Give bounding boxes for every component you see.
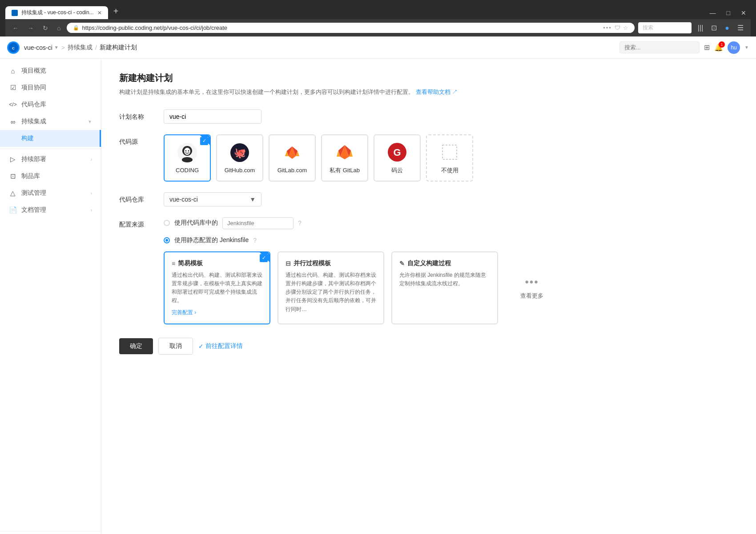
breadcrumb-sep1: > [61, 44, 65, 51]
user-avatar[interactable]: hu [728, 41, 740, 54]
repo-select[interactable]: vue-cos-ci ▼ [164, 192, 261, 206]
template-custom-title: ✎ 自定义构建过程 [399, 259, 490, 267]
source-card-coding[interactable]: CODING ✓ [164, 134, 211, 182]
sidebar-item-home-label: 项目概览 [21, 67, 46, 75]
ci-icon: ∞ [9, 118, 17, 125]
plan-name-input[interactable] [164, 109, 261, 124]
header-search-input[interactable] [619, 41, 700, 53]
svg-point-7 [182, 157, 193, 162]
sidebar-item-ci[interactable]: ∞ 持续集成 ▼ [0, 113, 101, 130]
source-card-github[interactable]: 🐙 GitHub.com [216, 134, 263, 182]
simple-template-icon: ≡ [172, 260, 175, 267]
sidebar-item-settings[interactable]: ⚙ 项目设置 « [0, 531, 101, 534]
repo-select-value: vue-cos-ci [169, 196, 249, 203]
cancel-button[interactable]: 取消 [158, 338, 193, 355]
source-label: 代码源 [119, 134, 164, 146]
active-tab[interactable]: 持续集成 - vue-cos-ci - codin... ✕ [5, 6, 108, 19]
checkmark: ✓ [205, 136, 209, 142]
grid-icon[interactable]: ⊞ [704, 43, 710, 52]
project-dropdown-arrow: ▼ [54, 45, 59, 50]
deploy-expand-arrow: › [91, 157, 92, 162]
coding-card-label: CODING [176, 167, 199, 174]
private-gitlab-card-label: 私有 GitLab [330, 166, 360, 174]
confirm-button[interactable]: 确定 [119, 338, 153, 354]
bookmarks-icon[interactable]: ||| [695, 22, 706, 34]
menu-icon[interactable]: ☰ [735, 22, 746, 34]
ci-expand-arrow: ▼ [88, 119, 92, 124]
tab-close-button[interactable]: ✕ [97, 10, 102, 16]
browser-tabs: 持续集成 - vue-cos-ci - codin... ✕ + — □ ✕ [5, 4, 751, 19]
source-card-gitee[interactable]: G 码云 [374, 134, 421, 182]
template-simple-title: ≡ 简易模板 [172, 259, 262, 267]
avatar-dropdown-arrow[interactable]: ▼ [744, 45, 749, 50]
breadcrumb-ci[interactable]: 持续集成 [68, 44, 92, 52]
help-icon-1[interactable]: ? [298, 219, 302, 227]
sidebar-item-pkg[interactable]: ⊡ 制品库 [0, 168, 101, 185]
goto-config-link[interactable]: 前往配置详情 [198, 342, 243, 350]
breadcrumb-project[interactable]: vue-cos-ci ▼ [24, 44, 59, 51]
nav-home-button[interactable]: ⌂ [54, 23, 63, 33]
config-option-repo: 使用代码库中的 ? [164, 217, 738, 229]
form-row-config: 配置来源 使用代码库中的 ? 使用静态配置的 Jenkinsfile ? [119, 217, 738, 324]
nav-forward-button[interactable]: → [25, 23, 36, 33]
test-expand-arrow: › [91, 191, 92, 196]
template-more[interactable]: ••• 查看更多 [505, 251, 559, 324]
parallel-template-icon: ⊟ [286, 260, 291, 267]
source-card-gitlab[interactable]: GitLab.com [269, 134, 316, 182]
sidebar-item-build[interactable]: 构建 [0, 130, 101, 147]
maximize-button[interactable]: □ [722, 8, 735, 18]
breadcrumb-project-name: vue-cos-ci [24, 44, 52, 51]
source-card-none[interactable]: 不使用 [426, 134, 473, 182]
more-dots-icon: ••• [525, 276, 539, 288]
sidebar-item-collab[interactable]: ☑ 项目协同 [0, 79, 101, 96]
main-content: 新建构建计划 构建计划是持续集成的基本单元，在这里你可以快速创建一个构建计划，更… [101, 59, 756, 534]
sidebar-item-deploy[interactable]: ▷ 持续部署 › [0, 151, 101, 168]
help-link[interactable]: 查看帮助文档 ↗ [416, 89, 458, 95]
new-tab-button[interactable]: + [108, 4, 124, 19]
plan-name-label: 计划名称 [119, 109, 164, 121]
none-svg [440, 142, 459, 162]
config-static-radio[interactable] [164, 237, 170, 243]
jenkinsfile-input[interactable] [222, 217, 294, 229]
more-dots: ••• [603, 24, 612, 31]
nav-back-button[interactable]: ← [10, 23, 21, 33]
task-icon: ☑ [9, 84, 17, 92]
config-content: 使用代码库中的 ? 使用静态配置的 Jenkinsfile ? ✓ [164, 217, 738, 324]
custom-template-icon: ✎ [399, 260, 405, 267]
gitee-svg: G [387, 142, 407, 162]
config-repo-radio[interactable] [164, 220, 170, 226]
github-card-label: GitHub.com [225, 167, 255, 174]
notification-icon[interactable]: 🔔 1 [714, 43, 723, 52]
sidebar-item-doc[interactable]: 📄 文档管理 › [0, 202, 101, 218]
private-gitlab-svg [335, 142, 354, 162]
template-card-parallel[interactable]: ⊟ 并行过程模板 通过检出代码、构建、测试和存档来设置并行构建步骤，其中测试和存… [277, 251, 384, 324]
address-bar[interactable]: 🔒 https://coding-public.coding.net/p/vue… [67, 23, 634, 33]
bookmark-icon: 🛡 [615, 24, 620, 31]
svg-marker-15 [289, 156, 296, 159]
sidebar: ⌂ 项目概览 ☑ 项目协同 </> 代码仓库 ∞ 持续集成 ▼ 构建 ▷ 持续部… [0, 59, 101, 534]
template-simple-link[interactable]: 完善配置 › [172, 309, 262, 316]
test-icon: △ [9, 189, 17, 197]
more-label: 查看更多 [520, 292, 543, 300]
sidebar-item-deploy-label: 持续部署 [21, 155, 46, 163]
sidebar-item-pkg-label: 制品库 [21, 172, 40, 180]
template-card-simple[interactable]: ✓ ≡ 简易模板 通过检出代码、构建、测试和部署来设置常规步骤，在模板中填充上真… [164, 251, 270, 324]
browser-search[interactable]: 搜索 [638, 22, 692, 33]
sidebar-item-test[interactable]: △ 测试管理 › [0, 185, 101, 202]
tabs-icon[interactable]: ⊡ [708, 22, 720, 34]
github-logo: 🐙 [229, 142, 250, 163]
sidebar-divider1 [0, 149, 101, 149]
sidebar-item-home[interactable]: ⌂ 项目概览 [0, 62, 101, 79]
nav-refresh-button[interactable]: ↻ [40, 23, 51, 33]
profile-icon[interactable]: ● [722, 22, 732, 34]
close-window-button[interactable]: ✕ [736, 8, 751, 18]
sidebar-item-code[interactable]: </> 代码仓库 [0, 96, 101, 113]
home-icon: ⌂ [9, 67, 17, 75]
help-icon-2[interactable]: ? [253, 237, 257, 244]
template-card-custom[interactable]: ✎ 自定义构建过程 允许你根据 Jenkinsfile 的规范来随意定制持续集成… [391, 251, 498, 324]
sidebar-item-doc-label: 文档管理 [21, 206, 46, 214]
browser-nav: ← → ↻ ⌂ 🔒 https://coding-public.coding.n… [5, 19, 751, 36]
source-card-private-gitlab[interactable]: 私有 GitLab [321, 134, 368, 182]
minimize-button[interactable]: — [705, 8, 720, 18]
svg-point-6 [188, 150, 189, 152]
